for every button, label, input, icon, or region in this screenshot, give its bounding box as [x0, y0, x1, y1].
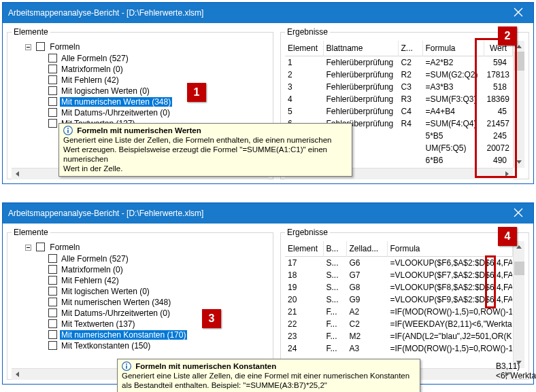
- table-cell: =A2*B2: [422, 56, 484, 69]
- table-cell: =IF(MOD(ROW()-1,5)=0,ROW()-1,IF(...: [387, 306, 513, 318]
- results-vertical-scrollbar[interactable]: [513, 41, 524, 168]
- tree-item[interactable]: Matrixformeln (0): [48, 64, 269, 75]
- table-row[interactable]: 4FehlerüberprüfungR3=SUM(F3:Q3)18369: [285, 93, 513, 105]
- table-row[interactable]: 18S...G7=VLOOKUP($F7,$A$2:$D$6,4,FALSE): [285, 269, 513, 281]
- tree-root-checkbox[interactable]: [36, 42, 45, 51]
- column-header[interactable]: B...: [323, 241, 346, 256]
- table-cell: =SUM(F3:Q3): [422, 93, 484, 105]
- tree-item[interactable]: Alle Formeln (527): [48, 53, 269, 64]
- tooltip-body: als Bestandteil enthalten. Beispiel: "=S…: [122, 381, 327, 389]
- column-header[interactable]: Element: [285, 241, 323, 256]
- tree-item[interactable]: Mit numerischen Werten (348): [48, 96, 269, 107]
- overflow-row-text: B3,11)<6,"Werktag",...: [496, 361, 536, 380]
- tree-item[interactable]: Mit Datums-/Uhrzeitwerten (0): [48, 308, 269, 319]
- tree-item-checkbox[interactable]: [48, 298, 57, 306]
- tree-item[interactable]: Mit Fehlern (42): [48, 75, 269, 86]
- tree-item[interactable]: Mit logischen Werten (0): [48, 86, 269, 96]
- column-header[interactable]: Formula: [422, 41, 484, 56]
- table-cell: =SUM(G2:Q2): [422, 69, 484, 81]
- scrollbar-thumb[interactable]: [514, 52, 524, 71]
- table-row[interactable]: 3FehlerüberprüfungC3=A3*B3518: [285, 81, 513, 93]
- window-close-button[interactable]: [503, 3, 533, 23]
- table-cell: [398, 142, 422, 154]
- table-cell: A2: [346, 306, 387, 318]
- tree-item-checkbox[interactable]: [48, 86, 57, 95]
- table-cell: G9: [346, 293, 387, 306]
- table-cell: C3: [398, 81, 422, 93]
- table-row[interactable]: 2FehlerüberprüfungR2=SUM(G2:Q2)17813: [285, 69, 513, 81]
- tree-item-checkbox[interactable]: [48, 54, 57, 63]
- table-cell: 6*B6: [422, 154, 484, 166]
- table-cell: A3: [346, 342, 387, 355]
- tree-item[interactable]: Mit numerischen Werten (348): [48, 297, 269, 308]
- table-cell: 1: [285, 56, 323, 69]
- table-cell: =IF(WEEKDAY(B2,11)<6,"Werktag"...: [387, 318, 513, 330]
- table-cell: [398, 130, 422, 142]
- scroll-down-icon[interactable]: [514, 157, 524, 167]
- table-cell: 45: [484, 105, 513, 118]
- tree-item-checkbox[interactable]: [48, 308, 57, 317]
- scroll-right-icon[interactable]: [502, 169, 512, 179]
- tree-item[interactable]: Mit Datums-/Uhrzeitwerten (0): [48, 107, 269, 118]
- column-header[interactable]: Zellad...: [346, 241, 387, 256]
- tree-item-checkbox[interactable]: [48, 319, 57, 328]
- titlebar[interactable]: Arbeitsmappenanalyse-Bericht - [D:\Fehle…: [3, 3, 533, 23]
- tree-item-checkbox[interactable]: [48, 108, 57, 117]
- table-cell: 21457: [484, 118, 513, 130]
- svg-rect-9: [126, 366, 127, 369]
- annotation-callout-2: 2: [498, 26, 517, 46]
- tree-item-label: Mit logischen Werten (0): [60, 287, 151, 296]
- tree-item-checkbox[interactable]: [48, 341, 57, 350]
- table-row[interactable]: 17S...G6=VLOOKUP($F6,$A$2:$D$6,4,FALSE): [285, 256, 513, 269]
- column-header[interactable]: Element: [285, 41, 323, 56]
- table-row[interactable]: 21F...A2=IF(MOD(ROW()-1,5)=0,ROW()-1,IF(…: [285, 306, 513, 318]
- tree-item-label: Mit numerischen Konstanten (170): [60, 330, 187, 340]
- table-row[interactable]: 1FehlerüberprüfungC2=A2*B2594: [285, 56, 513, 69]
- tooltip-title: Formeln mit numerischen Werten: [77, 126, 201, 135]
- table-row[interactable]: 20S...G9=VLOOKUP($F9,$A$2:$D$6,4,FALSE): [285, 293, 513, 306]
- tree-item[interactable]: Mit Textkonstanten (150): [48, 340, 269, 351]
- results-grid[interactable]: ElementB...Zellad...Formula 17S...G6=VLO…: [285, 241, 513, 368]
- table-cell: G7: [346, 269, 387, 281]
- column-header[interactable]: Z...: [398, 41, 422, 56]
- tree-item-checkbox[interactable]: [48, 119, 57, 128]
- table-cell: =A3*B3: [422, 81, 484, 93]
- table-cell: G8: [346, 281, 387, 293]
- collapse-icon[interactable]: [25, 245, 31, 251]
- tree-item[interactable]: Mit Fehlern (42): [48, 275, 269, 286]
- tree-item-checkbox[interactable]: [48, 276, 57, 285]
- table-row[interactable]: 5FehlerüberprüfungC4=A4+B445: [285, 105, 513, 118]
- tree-item-checkbox[interactable]: [48, 75, 57, 84]
- results-panel: Ergebnisse ElementB...Zellad...Formula 1…: [280, 228, 529, 380]
- tooltip-title: Formeln mit numerischen Konstanten: [135, 362, 276, 370]
- scroll-left-icon[interactable]: [12, 169, 22, 179]
- table-row[interactable]: 23F...M2=IF(AND(L2="blau",J2=501,OR(K2=4…: [285, 330, 513, 342]
- column-header[interactable]: Blattname: [323, 41, 398, 56]
- window-close-button[interactable]: [503, 203, 533, 224]
- titlebar[interactable]: Arbeitsmappenanalyse-Bericht - [D:\Fehle…: [3, 203, 533, 224]
- tree-item-checkbox[interactable]: [48, 254, 57, 263]
- table-cell: F...: [323, 330, 346, 342]
- collapse-icon[interactable]: [25, 44, 31, 50]
- scroll-left-icon[interactable]: [12, 370, 22, 380]
- table-row[interactable]: 22F...C2=IF(WEEKDAY(B2,11)<6,"Werktag"..…: [285, 318, 513, 330]
- tree-item[interactable]: Mit logischen Werten (0): [48, 286, 269, 297]
- results-vertical-scrollbar[interactable]: [513, 241, 524, 368]
- tree-item[interactable]: Alle Formeln (527): [48, 253, 269, 264]
- column-header[interactable]: Formula: [387, 241, 513, 256]
- tree-item-checkbox[interactable]: [48, 265, 57, 274]
- table-row[interactable]: 24F...A3=IF(MOD(ROW()-1,5)=0,ROW()-1,IF(…: [285, 342, 513, 355]
- tree-item-checkbox[interactable]: [48, 97, 57, 106]
- tree-item[interactable]: Mit numerischen Konstanten (170): [48, 329, 269, 340]
- annotation-callout-1: 1: [187, 83, 206, 102]
- tree-item-checkbox[interactable]: [48, 330, 57, 339]
- tree-root-checkbox[interactable]: [36, 243, 45, 251]
- table-cell: =IF(MOD(ROW()-1,5)=0,ROW()-1,IF(...: [387, 342, 513, 355]
- table-row[interactable]: 19S...G8=VLOOKUP($F8,$A$2:$D$6,4,FALSE): [285, 281, 513, 293]
- tree-item-checkbox[interactable]: [48, 65, 57, 73]
- scrollbar-thumb[interactable]: [514, 262, 524, 275]
- tree-item-checkbox[interactable]: [48, 287, 57, 296]
- tree-item[interactable]: Mit Textwerten (137): [48, 319, 269, 329]
- tree-item-label: Alle Formeln (527): [60, 254, 130, 264]
- tree-item[interactable]: Matrixformeln (0): [48, 264, 269, 275]
